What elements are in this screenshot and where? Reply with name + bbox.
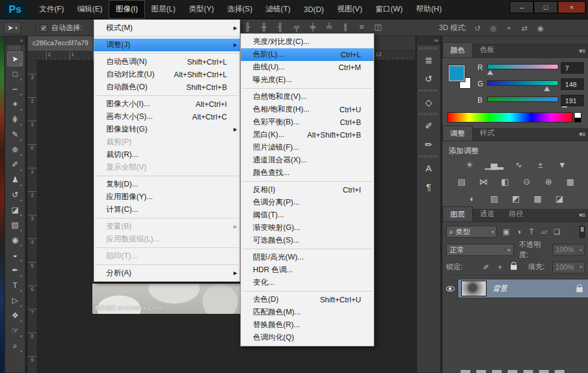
menu-item[interactable]: 画布大小(S)... Alt+Ctrl+C bbox=[94, 110, 240, 123]
vertical-ruler[interactable]: 3210123456789 bbox=[28, 60, 37, 373]
menu-item[interactable]: 复制(D)... bbox=[94, 178, 240, 191]
menu-item[interactable] bbox=[241, 86, 374, 91]
channel-slider-track[interactable] bbox=[487, 80, 558, 86]
maximize-button[interactable]: □ bbox=[534, 1, 558, 13]
clone-stamp-tool[interactable]: ♟ bbox=[7, 172, 23, 187]
menu-item[interactable] bbox=[241, 289, 374, 293]
selective-color-icon[interactable]: ◪ bbox=[553, 193, 565, 204]
menu-item[interactable]: 显示全部(V) bbox=[94, 161, 240, 174]
menu-item[interactable]: 陷印(T)... bbox=[94, 250, 240, 263]
align-vertical-centers-icon[interactable]: ╪ bbox=[308, 22, 318, 31]
panel-tab[interactable]: 样式 bbox=[473, 126, 502, 141]
menu-item[interactable]: 分析(A) ▶ bbox=[94, 267, 240, 279]
history-panel-icon[interactable]: ↺ bbox=[420, 71, 437, 87]
panel-tab[interactable]: 通道 bbox=[473, 206, 502, 222]
menu-item[interactable]: 替换颜色(R)... bbox=[241, 319, 374, 331]
panel-menu-icon[interactable]: ▾≡ bbox=[579, 211, 585, 219]
auto-select-checkbox[interactable]: ✓ bbox=[40, 24, 48, 32]
menu-item[interactable]: 裁切(R)... bbox=[94, 148, 240, 161]
menu-item[interactable]: 照片滤镜(F)... bbox=[241, 141, 374, 154]
invert-icon[interactable]: ◐ bbox=[466, 193, 478, 204]
panel-tab[interactable]: 色板 bbox=[473, 42, 502, 57]
vibrance-icon[interactable]: ▼ bbox=[556, 159, 568, 170]
menubar-item[interactable]: 帮助(H) bbox=[409, 1, 448, 18]
menu-item[interactable]: 去色(D) Shift+Ctrl+U bbox=[241, 293, 374, 306]
gradient-tool[interactable]: ▤ bbox=[7, 217, 23, 232]
type-tool[interactable]: T bbox=[7, 278, 23, 293]
brush-presets-panel-icon[interactable]: ✏ bbox=[420, 136, 437, 153]
menubar-item[interactable]: 图像(I) bbox=[109, 1, 145, 18]
menubar-item[interactable]: 文件(F) bbox=[33, 1, 71, 18]
photo-filter-icon[interactable]: ⊙ bbox=[520, 176, 532, 187]
menubar-item[interactable]: 类型(Y) bbox=[182, 1, 221, 18]
menu-item[interactable]: 自然饱和度(V)... bbox=[241, 91, 374, 103]
menu-item[interactable]: 计算(C)... bbox=[94, 203, 240, 216]
menu-item[interactable] bbox=[94, 51, 240, 56]
channel-mixer-icon[interactable]: ⊛ bbox=[542, 176, 554, 187]
menu-item[interactable] bbox=[94, 94, 240, 98]
color-lookup-icon[interactable]: ▦ bbox=[564, 176, 576, 187]
menu-item[interactable]: 反相(I) Ctrl+I bbox=[241, 183, 374, 196]
document-tab[interactable]: c286ca7ecc6f7a79 bbox=[28, 36, 94, 51]
menu-item[interactable]: 自动对比度(U) Alt+Shift+Ctrl+L bbox=[94, 68, 240, 81]
lock-all-icon[interactable] bbox=[510, 263, 518, 272]
distribute-left-edges-icon[interactable]: ∥ bbox=[340, 22, 350, 31]
marquee-tool[interactable]: □ bbox=[7, 66, 23, 81]
channel-value-field[interactable]: 191 bbox=[561, 95, 584, 106]
menu-item[interactable] bbox=[94, 263, 240, 267]
zoom-tool[interactable]: ⌕ bbox=[7, 338, 23, 353]
menu-item[interactable] bbox=[94, 246, 240, 250]
distribute-vertical-centers-icon[interactable]: ≡ bbox=[357, 22, 366, 31]
move-tool[interactable]: ➤ bbox=[7, 51, 23, 66]
close-button[interactable]: × bbox=[558, 1, 586, 13]
eyedropper-tool[interactable]: ✎ bbox=[7, 127, 23, 142]
character-panel-icon[interactable]: A bbox=[420, 160, 437, 176]
menu-item[interactable]: 自动色调(N) Shift+Ctrl+L bbox=[94, 56, 240, 68]
menu-item[interactable]: 应用数据组(L)... bbox=[94, 233, 240, 246]
healing-brush-tool[interactable]: ⊕ bbox=[7, 142, 23, 157]
lock-move-icon[interactable]: + bbox=[496, 263, 504, 272]
3d-camera-icon[interactable]: ◉ bbox=[535, 24, 545, 33]
channel-slider-track[interactable] bbox=[487, 97, 558, 102]
foreground-color-swatch[interactable] bbox=[449, 65, 465, 81]
eraser-tool[interactable]: ◪ bbox=[7, 202, 23, 217]
panel-tab[interactable]: 路径 bbox=[502, 206, 531, 222]
threshold-icon[interactable]: ◩ bbox=[510, 193, 522, 204]
menu-item[interactable]: 可选颜色(S)... bbox=[241, 234, 374, 247]
lock-paint-icon[interactable]: ✐ bbox=[482, 263, 490, 272]
spectrum-bw-swatches[interactable] bbox=[574, 112, 581, 123]
properties-panel-icon[interactable]: ◇ bbox=[420, 94, 437, 110]
filter-shape-layers-icon[interactable]: ▱ bbox=[539, 228, 549, 236]
gradient-map-icon[interactable]: ▩ bbox=[531, 193, 543, 204]
menubar-item[interactable]: 编辑(E) bbox=[71, 1, 109, 18]
pen-tool[interactable]: ✒ bbox=[7, 263, 23, 278]
exposure-icon[interactable]: ± bbox=[534, 159, 546, 170]
filter-type-layers-icon[interactable]: T bbox=[526, 228, 537, 236]
menu-item[interactable]: 亮度/对比度(C)... bbox=[241, 36, 374, 48]
filter-enable-toggle[interactable] bbox=[580, 226, 585, 238]
layers-bottom-buttons[interactable] bbox=[461, 370, 569, 373]
menu-item[interactable]: 色调均化(Q) bbox=[241, 331, 374, 344]
distribute-widths-icon[interactable]: ◫ bbox=[373, 22, 383, 31]
filter-adjustment-layers-icon[interactable]: ◑ bbox=[514, 228, 524, 236]
path-selection-tool[interactable]: ▷ bbox=[7, 293, 23, 308]
menu-item[interactable]: HDR 色调... bbox=[241, 264, 374, 276]
paragraph-panel-icon[interactable]: ¶ bbox=[420, 179, 437, 195]
channel-value-field[interactable]: 7 bbox=[561, 62, 584, 74]
layer-thumbnail[interactable] bbox=[461, 281, 487, 296]
menu-item[interactable]: 阴影/高光(W)... bbox=[241, 251, 374, 264]
align-bottom-edges-icon[interactable]: ╧ bbox=[324, 22, 334, 31]
channel-slider-handle[interactable] bbox=[544, 86, 550, 91]
layer-visibility-cell[interactable] bbox=[443, 279, 458, 298]
clone-source-panel-icon[interactable]: ≣ bbox=[420, 52, 437, 68]
menu-item[interactable]: 裁剪(P) bbox=[94, 136, 240, 148]
blur-tool[interactable]: ◉ bbox=[7, 232, 23, 247]
menu-item[interactable]: 色相/饱和度(H)... Ctrl+U bbox=[241, 103, 374, 116]
tools-grip[interactable] bbox=[9, 46, 21, 50]
3d-orbit-icon[interactable]: ↺ bbox=[473, 24, 482, 33]
filter-smart-objects-icon[interactable]: ❏ bbox=[552, 228, 562, 236]
menubar-item[interactable]: 滤镜(T) bbox=[259, 1, 297, 18]
menu-item[interactable]: 通道混合器(X)... bbox=[241, 154, 374, 167]
posterize-icon[interactable]: ▨ bbox=[488, 193, 500, 204]
menubar-item[interactable]: 图层(L) bbox=[144, 1, 182, 18]
